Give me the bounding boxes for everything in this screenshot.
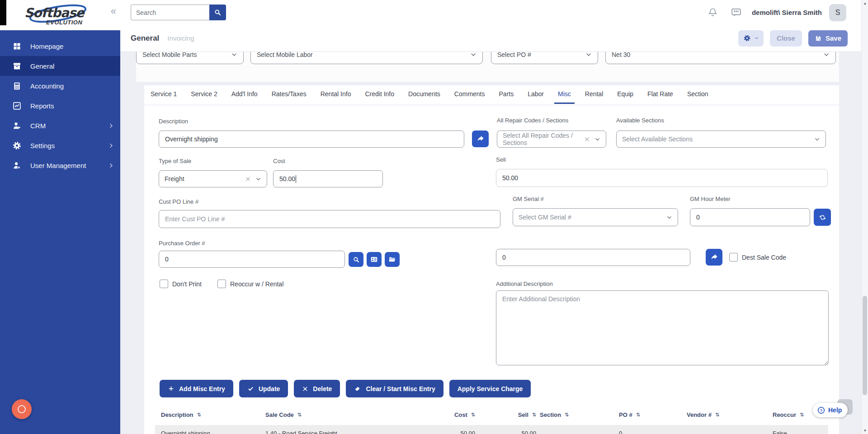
cust-po-line-input[interactable] — [159, 210, 500, 228]
sort-icon[interactable]: ⇅ — [636, 412, 640, 418]
sidebar-item-reports[interactable]: Reports — [0, 96, 120, 116]
tab-section[interactable]: Section — [686, 90, 709, 104]
additional-description-textarea[interactable] — [496, 290, 829, 365]
sell-input[interactable] — [496, 169, 828, 187]
dont-print-checkbox[interactable] — [160, 280, 168, 288]
cell-reoccur: False — [770, 430, 828, 434]
gm-serial-placeholder: Select GM Serial # — [519, 214, 662, 221]
available-sections-select[interactable]: Select Available Sections — [616, 131, 826, 148]
all-repair-codes-select[interactable]: Select All Repair Codes / Sections — [497, 131, 606, 148]
sidebar-collapse-icon[interactable]: « — [111, 6, 116, 16]
type-of-sale-select[interactable]: Freight — [159, 170, 267, 187]
tab-rental-info[interactable]: Rental Info — [320, 90, 352, 104]
chat-bubble-icon[interactable] — [731, 7, 742, 18]
po-contact-card-button[interactable] — [367, 252, 382, 267]
header-section[interactable]: Section⇅ — [537, 411, 616, 418]
tab-documents[interactable]: Documents — [407, 90, 441, 104]
sidebar-item-label: Homepage — [30, 42, 114, 50]
reoccur-rental-checkbox[interactable] — [217, 280, 226, 288]
help-button[interactable]: Help — [813, 403, 848, 417]
tab-general[interactable]: General — [131, 34, 159, 43]
description-input[interactable] — [159, 131, 464, 148]
sort-icon[interactable]: ⇅ — [197, 412, 201, 418]
vertical-scrollbar[interactable]: ▲ ▼ — [861, 0, 868, 434]
update-button[interactable]: Update — [239, 380, 288, 397]
tab-service-1[interactable]: Service 1 — [150, 90, 178, 104]
cell-po-number: 0 — [616, 430, 684, 434]
header-cost[interactable]: Cost⇅ — [449, 411, 476, 418]
sort-icon[interactable]: ⇅ — [297, 412, 302, 418]
global-search — [131, 5, 226, 20]
add-misc-entry-button[interactable]: Add Misc Entry — [160, 380, 233, 397]
sort-icon[interactable]: ⇅ — [800, 412, 804, 418]
avatar[interactable]: S — [829, 4, 846, 21]
content-scroll-area: Select Mobile Parts Select Mobile Labor … — [120, 52, 861, 434]
bell-icon[interactable] — [708, 7, 718, 18]
tab-rates-taxes[interactable]: Rates/Taxes — [271, 90, 307, 104]
chevron-down-icon — [814, 136, 820, 142]
po-search-button[interactable] — [349, 252, 363, 267]
clear-start-misc-entry-button[interactable]: Clear / Start Misc Entry — [346, 380, 443, 397]
gm-hour-meter-input[interactable] — [690, 208, 810, 226]
sidebar-item-settings[interactable]: Settings — [0, 135, 120, 155]
tab-labor[interactable]: Labor — [527, 90, 545, 104]
logo-area: Softbase EVOLUTION « — [0, 0, 120, 30]
gm-hour-refresh-button[interactable] — [814, 209, 831, 226]
sidebar-item-accounting[interactable]: Accounting — [0, 76, 120, 96]
description-share-button[interactable] — [472, 131, 489, 147]
sidebar-item-user-management[interactable]: User Management — [0, 155, 120, 175]
tab-flat-rate[interactable]: Flat Rate — [646, 90, 674, 104]
clear-x-icon[interactable] — [584, 136, 590, 142]
delete-button[interactable]: Delete — [294, 380, 340, 397]
sort-icon[interactable]: ⇅ — [532, 412, 536, 418]
scrollbar-thumb[interactable] — [863, 296, 867, 395]
close-button[interactable]: Close — [770, 30, 802, 47]
settings-dropdown-button[interactable] — [738, 30, 764, 47]
tab-addl-info[interactable]: Add'l Info — [231, 90, 259, 104]
sort-icon[interactable]: ⇅ — [471, 412, 475, 418]
apply-service-charge-button[interactable]: Apply Service Charge — [449, 380, 531, 397]
sort-icon[interactable]: ⇅ — [715, 412, 719, 418]
dest-sale-code-checkbox[interactable] — [729, 253, 738, 261]
tab-misc[interactable]: Misc — [554, 90, 575, 104]
po-number-select[interactable]: Select PO # — [491, 52, 598, 64]
header-sell[interactable]: Sell⇅ — [476, 411, 537, 418]
search-button[interactable] — [209, 5, 226, 20]
gm-serial-select[interactable]: Select GM Serial # — [513, 208, 678, 226]
dest-value-input[interactable] — [496, 249, 690, 266]
sidebar-item-label: User Management — [30, 162, 108, 169]
available-sections-placeholder: Select Available Sections — [622, 135, 810, 143]
mobile-labor-select[interactable]: Select Mobile Labor — [250, 52, 483, 64]
tab-service-2[interactable]: Service 2 — [190, 90, 218, 104]
chat-launcher-button[interactable] — [12, 399, 32, 419]
payment-terms-select[interactable]: Net 30 — [605, 52, 836, 64]
sidebar-item-homepage[interactable]: Homepage — [0, 36, 120, 56]
tab-comments[interactable]: Comments — [453, 90, 486, 104]
sidebar-item-crm[interactable]: CRM — [0, 116, 120, 135]
header-description[interactable]: Description⇅ — [155, 411, 263, 418]
header-sale-code[interactable]: Sale Code⇅ — [263, 411, 449, 418]
tab-parts[interactable]: Parts — [498, 90, 515, 104]
tab-credit-info[interactable]: Credit Info — [364, 90, 395, 104]
search-input[interactable] — [131, 5, 209, 20]
dest-share-button[interactable] — [706, 249, 722, 266]
sort-icon[interactable]: ⇅ — [565, 412, 569, 418]
header-vendor-number[interactable]: Vendor #⇅ — [684, 411, 770, 418]
tab-equip[interactable]: Equip — [616, 90, 634, 104]
po-folder-button[interactable] — [385, 252, 400, 267]
purchase-order-label: Purchase Order # — [159, 240, 205, 247]
purchase-order-input[interactable] — [159, 251, 345, 268]
sidebar-item-general[interactable]: General — [0, 56, 120, 76]
mobile-parts-select[interactable]: Select Mobile Parts — [136, 52, 244, 64]
scrollbar-up-arrow[interactable]: ▲ — [862, 1, 868, 5]
table-row[interactable]: Overnight shipping 1.40 - Road Service F… — [155, 425, 828, 434]
save-button[interactable]: Save — [808, 30, 848, 47]
tab-rental[interactable]: Rental — [584, 90, 604, 104]
sidebar-item-label: General — [30, 62, 114, 70]
cost-input[interactable]: 50.00 — [273, 170, 383, 187]
tab-invoicing[interactable]: Invoicing — [167, 34, 194, 42]
scrollbar-down-arrow[interactable]: ▼ — [862, 429, 868, 433]
header-po-number[interactable]: PO #⇅ — [616, 411, 684, 418]
clear-x-icon[interactable] — [245, 176, 251, 182]
misc-panel: Service 1 Service 2 Add'l Info Rates/Tax… — [144, 85, 839, 434]
